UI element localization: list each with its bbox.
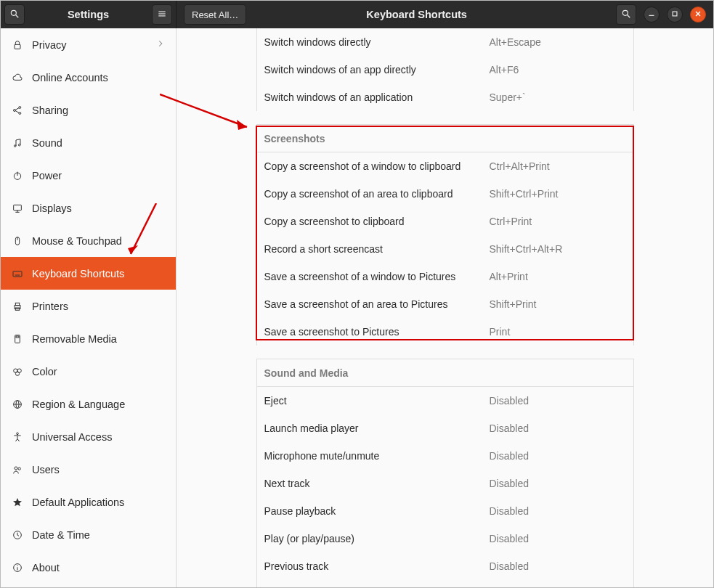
shortcut-row[interactable]: Play (or play/pause)Disabled — [256, 525, 634, 552]
sidebar-item-sharing[interactable]: Sharing — [1, 94, 176, 126]
shortcut-keys: Alt+Escape — [490, 36, 541, 48]
maximize-icon — [670, 9, 680, 21]
shortcut-keys: Shift+Ctrl+Print — [490, 188, 559, 200]
shortcut-description: Save a screenshot to Pictures — [264, 326, 490, 338]
shortcut-row[interactable]: Copy a screenshot to clipboardCtrl+Print — [256, 208, 634, 235]
sidebar-item-removable-media[interactable]: Removable Media — [1, 322, 176, 355]
minimize-button[interactable] — [644, 7, 660, 23]
shortcut-row[interactable]: Switch windows directlyAlt+Escape — [256, 28, 634, 56]
shortcut-row[interactable]: Copy a screenshot of an area to clipboar… — [256, 180, 634, 208]
menu-button[interactable] — [152, 4, 172, 25]
shortcut-keys: Print — [490, 326, 511, 338]
shortcut-description: Copy a screenshot of a window to clipboa… — [264, 160, 490, 172]
share-icon — [11, 104, 24, 117]
shortcut-row[interactable]: Copy a screenshot of a window to clipboa… — [256, 152, 634, 180]
shortcut-description: Switch windows of an app directly — [264, 64, 490, 75]
sidebar-item-label: Mouse & Touchpad — [32, 235, 122, 247]
shortcut-keys: Shift+Print — [490, 298, 537, 310]
section-header: Screenshots — [256, 124, 634, 152]
about-icon — [11, 561, 24, 574]
printer-icon — [11, 300, 24, 313]
shortcut-keys: Ctrl+Print — [490, 216, 532, 227]
svg-rect-8 — [673, 12, 677, 16]
sidebar-item-printers[interactable]: Printers — [1, 290, 176, 322]
shortcut-row[interactable]: Save a screenshot to PicturesPrint — [256, 318, 634, 346]
shortcut-description: Copy a screenshot to clipboard — [264, 216, 490, 227]
sidebar-item-default-applications[interactable]: Default Applications — [1, 486, 176, 518]
sidebar-title: Settings — [28, 9, 148, 20]
sidebar-item-universal-access[interactable]: Universal Access — [1, 420, 176, 453]
sidebar-item-label: Printers — [32, 301, 68, 312]
sidebar-item-power[interactable]: Power — [1, 159, 176, 192]
shortcut-description: Play (or play/pause) — [264, 533, 490, 544]
shortcut-row[interactable]: Launch media playerDisabled — [256, 415, 634, 442]
shortcut-description: Switch windows of an application — [264, 91, 490, 103]
sidebar-item-about[interactable]: About — [1, 551, 176, 584]
shortcut-keys: Disabled — [490, 533, 529, 544]
shortcut-keys: Disabled — [490, 478, 529, 489]
search-shortcuts-button[interactable] — [616, 4, 636, 25]
search-icon — [9, 9, 20, 21]
shortcut-description: Previous track — [264, 560, 490, 572]
shortcut-description: Copy a screenshot of an area to clipboar… — [264, 188, 490, 200]
sidebar-item-date-time[interactable]: Date & Time — [1, 518, 176, 551]
shortcut-description: Next track — [264, 478, 490, 489]
main-content[interactable]: Switch windows directlyAlt+EscapeSwitch … — [177, 28, 713, 587]
shortcut-row[interactable]: Record a short screencastShift+Ctrl+Alt+… — [256, 235, 634, 263]
sidebar-item-label: Power — [32, 170, 62, 181]
mouse-icon — [11, 234, 24, 248]
shortcut-keys: Disabled — [490, 422, 529, 434]
hamburger-icon — [157, 9, 167, 21]
sidebar-item-color[interactable]: Color — [1, 355, 176, 388]
keyboard-icon — [11, 267, 24, 280]
sidebar-item-keyboard-shortcuts[interactable]: Keyboard Shortcuts — [1, 257, 176, 290]
shortcut-row[interactable]: Switch windows of an app directlyAlt+F6 — [256, 56, 634, 83]
shortcut-keys: Super+` — [490, 91, 526, 103]
close-button[interactable] — [690, 7, 706, 23]
shortcut-keys: Alt+F6 — [490, 64, 519, 75]
shortcut-keys: Disabled — [490, 395, 529, 407]
shortcut-row[interactable]: Previous trackDisabled — [256, 552, 634, 580]
sidebar-item-label: Date & Time — [32, 529, 90, 541]
sidebar-item-displays[interactable]: Displays — [1, 192, 176, 224]
sidebar-item-label: Universal Access — [32, 431, 112, 443]
users-icon — [11, 463, 24, 476]
sidebar-item-label: Sharing — [32, 105, 68, 116]
svg-point-0 — [11, 10, 16, 15]
svg-line-6 — [628, 15, 630, 17]
sidebar-item-online-accounts[interactable]: Online Accounts — [1, 61, 176, 94]
shortcut-row[interactable]: EjectDisabled — [256, 387, 634, 415]
sidebar-item-label: Online Accounts — [32, 72, 108, 83]
sidebar[interactable]: PrivacyOnline AccountsSharingSoundPowerD… — [1, 28, 177, 587]
power-icon — [11, 169, 24, 182]
search-icon — [621, 9, 631, 21]
shortcut-row[interactable]: Stop playbackDisabled — [256, 580, 634, 587]
sidebar-item-label: Sound — [32, 137, 62, 149]
display-icon — [11, 202, 24, 215]
sidebar-item-label: Default Applications — [32, 497, 124, 508]
shortcut-keys: Disabled — [490, 505, 529, 517]
search-button[interactable] — [4, 4, 25, 25]
chevron-right-icon — [155, 38, 166, 51]
shortcut-row[interactable]: Save a screenshot of an area to Pictures… — [256, 290, 634, 318]
shortcut-row[interactable]: Pause playbackDisabled — [256, 497, 634, 525]
shortcut-row[interactable]: Next trackDisabled — [256, 470, 634, 497]
main-title: Keyboard Shortcuts — [221, 9, 612, 20]
minimize-icon — [646, 9, 657, 21]
shortcut-row[interactable]: Save a screenshot of a window to Picture… — [256, 263, 634, 290]
shortcut-row[interactable]: Microphone mute/unmuteDisabled — [256, 442, 634, 470]
sidebar-item-sound[interactable]: Sound — [1, 126, 176, 159]
shortcut-keys: Disabled — [490, 450, 529, 462]
sidebar-item-region-language[interactable]: Region & Language — [1, 388, 176, 420]
shortcut-row[interactable]: Switch windows of an applicationSuper+` — [256, 83, 634, 111]
note-icon — [11, 136, 24, 150]
sidebar-item-label: Color — [32, 366, 57, 377]
maximize-button[interactable] — [667, 7, 683, 23]
svg-point-5 — [622, 10, 628, 15]
sidebar-item-mouse-touchpad[interactable]: Mouse & Touchpad — [1, 224, 176, 257]
sidebar-item-label: Keyboard Shortcuts — [32, 268, 124, 279]
shortcut-description: Launch media player — [264, 422, 490, 434]
sidebar-item-users[interactable]: Users — [1, 453, 176, 486]
shortcut-description: Eject — [264, 395, 490, 407]
sidebar-item-privacy[interactable]: Privacy — [1, 28, 176, 61]
